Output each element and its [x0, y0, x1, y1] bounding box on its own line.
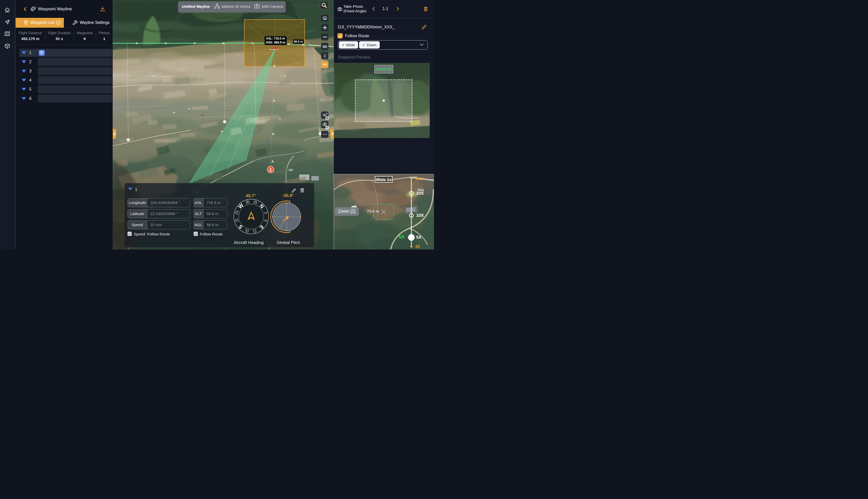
svg-text:2D: 2D: [323, 45, 327, 48]
